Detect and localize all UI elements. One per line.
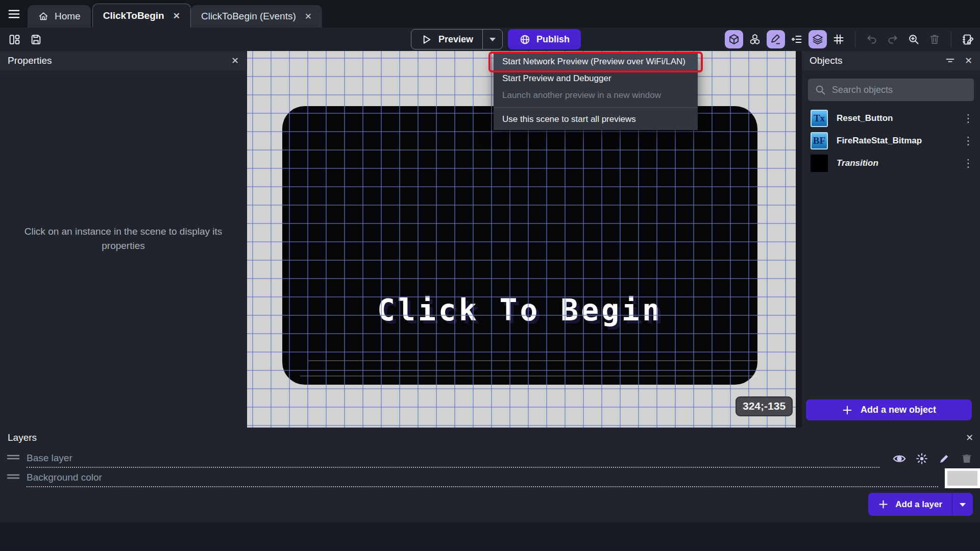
game-title-text: Click To Begin [282,293,757,328]
home-icon [38,11,49,22]
tab-home[interactable]: Home [28,5,91,28]
plus-icon [842,405,853,416]
frame-line [300,375,757,377]
object-menu-icon[interactable]: ⋮ [962,157,975,169]
chevron-down-icon [489,37,496,42]
object-row-reset-button[interactable]: Tx Reset_Button ⋮ [802,107,980,130]
layers-panel: Layers ✕ Base layer Background color [0,428,980,522]
objects-search-box[interactable] [808,79,974,101]
hamburger-icon [7,7,21,21]
object-name: FireRateStat_Bitmap [837,136,953,146]
add-object-button[interactable]: Add a new object [806,399,972,420]
toolbar-divider [951,32,951,47]
tab-bar: Home ClickToBegin ✕ ClickToBegin (Events… [0,0,980,28]
tab-label: ClickToBegin [103,10,164,21]
effects-icon [915,452,928,465]
close-panel-icon[interactable]: ✕ [965,55,972,66]
publish-button[interactable]: Publish [508,29,581,49]
object-row-transition[interactable]: Transition ⋮ [802,152,980,174]
background-color-swatch[interactable] [945,468,980,488]
blocks-icon [749,33,761,45]
tab-scene-clicktobegin[interactable]: ClickToBegin ✕ [92,4,191,28]
main-menu-button[interactable] [0,0,28,28]
preview-options-button[interactable] [483,30,502,49]
object-name: Reset_Button [837,113,953,123]
grid-settings-button[interactable] [829,30,848,48]
layer-edit-button[interactable] [937,452,951,466]
menu-item-preview-debugger[interactable]: Start Preview and Debugger [494,70,698,87]
close-panel-icon[interactable]: ✕ [966,432,973,443]
layer-visibility-button[interactable] [892,452,906,466]
add-object-label: Add a new object [861,405,936,415]
object-menu-icon[interactable]: ⋮ [962,112,975,124]
menu-item-use-scene-start[interactable]: Use this scene to start all previews [494,110,698,129]
properties-panel: Properties ✕ Click on an instance in the… [0,51,247,428]
close-tab-icon[interactable]: ✕ [173,11,180,21]
search-input[interactable] [832,85,967,95]
object-name: Transition [837,158,953,168]
preview-label: Preview [438,34,473,45]
layers-title: Layers [8,432,37,443]
delete-button[interactable] [925,30,944,48]
close-tab-icon[interactable]: ✕ [305,11,312,22]
redo-button[interactable] [884,30,902,48]
chevron-down-icon [959,502,966,507]
asset-store-button[interactable] [746,30,764,48]
menu-item-network-preview[interactable]: Start Network Preview (Preview over WiFi… [494,53,698,70]
instances-list-button[interactable] [788,30,806,48]
notebook-edit-icon [962,33,974,46]
save-icon [30,33,42,46]
preview-options-menu: Start Network Preview (Preview over WiFi… [494,53,698,130]
undo-icon [866,33,878,45]
layers-panel-button[interactable] [808,30,827,48]
redo-icon [887,33,899,45]
layer-row-base[interactable]: Base layer [0,449,980,468]
zoom-in-icon [908,33,920,45]
cube-icon [728,33,740,45]
toolbar-divider [855,32,855,47]
instance-list-icon [791,33,803,45]
sprite-object-icon [811,155,828,172]
cursor-coordinates-badge: 324;-135 [736,396,793,416]
preview-button[interactable]: Preview [411,29,503,49]
save-button[interactable] [27,30,45,48]
tab-events-clicktobegin[interactable]: ClickToBegin (Events) ✕ [191,5,322,28]
drag-handle-icon[interactable] [7,473,20,480]
object-menu-icon[interactable]: ⋮ [962,135,975,147]
trash-icon [928,33,941,45]
edit-mode-button[interactable] [767,30,785,48]
globe-icon [519,34,531,45]
editor-toolbar: Preview Publish [0,28,980,51]
drag-handle-icon[interactable] [7,454,20,461]
properties-empty-message: Click on an instance in the scene to dis… [16,224,230,253]
bitmap-font-object-icon: BF [811,132,828,149]
menu-divider [494,107,698,108]
text-object-icon: Tx [811,110,828,127]
toggle-3d-view-button[interactable] [725,30,743,48]
layers-icon [812,33,824,45]
layer-name[interactable]: Background color [27,472,102,483]
scene-properties-button[interactable] [959,30,977,48]
layout-panels-icon [8,33,21,46]
menu-item-new-window-preview: Launch another preview in a new window [494,87,698,104]
filter-icon[interactable] [945,56,955,66]
add-layer-button[interactable]: Add a layer [868,493,973,516]
properties-title: Properties [8,55,231,66]
layer-row-background-color[interactable]: Background color [0,468,980,488]
open-panels-button[interactable] [5,30,23,48]
undo-button[interactable] [863,30,881,48]
grid-icon [832,33,845,45]
add-layer-options-button[interactable] [952,493,973,516]
layer-delete-button[interactable] [960,452,974,466]
objects-panel: Objects ✕ Tx Reset_Button ⋮ BF FireRateS… [802,51,980,428]
add-layer-label: Add a layer [895,499,942,510]
zoom-in-button[interactable] [904,30,923,48]
close-panel-icon[interactable]: ✕ [231,55,239,66]
publish-label: Publish [536,34,570,45]
pencil-icon [938,453,950,465]
object-row-fireratestat-bitmap[interactable]: BF FireRateStat_Bitmap ⋮ [802,130,980,152]
trash-icon [961,453,973,465]
layer-effects-button[interactable] [915,452,929,466]
layer-name[interactable]: Base layer [27,453,72,464]
layer-underline [27,467,879,468]
